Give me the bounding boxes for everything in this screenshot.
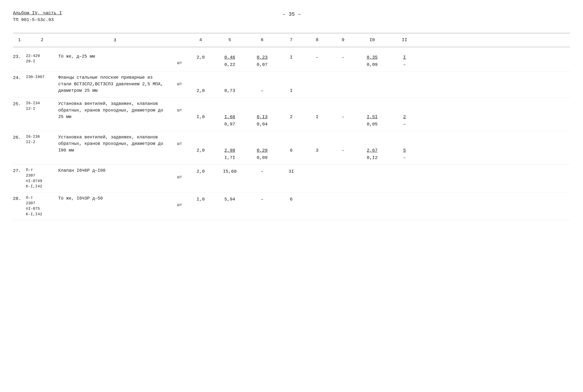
col6: – (246, 74, 278, 94)
col7: 6 (278, 134, 304, 154)
col8 (304, 74, 330, 87)
col9 (330, 74, 356, 87)
unit: шт (171, 53, 188, 66)
table-row: 25.I6-I34 I2-IУстановка вентилей, задвиж… (13, 98, 570, 131)
quantity: 2,0 (188, 74, 214, 94)
col-header-11: I0 (356, 36, 388, 44)
article-code: I30-I807 (26, 74, 58, 80)
col7: I (278, 53, 304, 61)
col8: 3 (304, 134, 330, 154)
col11 (388, 167, 421, 168)
col5: I,680,97 (214, 100, 246, 128)
quantity: 2,0 (188, 134, 214, 154)
col-header-3: 3 (58, 37, 171, 44)
article-code: I6-I36 I2-2 (26, 134, 58, 145)
col11 (388, 74, 421, 87)
quantity: I,0 (188, 195, 214, 203)
article-code: 22-429 29-I (26, 53, 58, 64)
col11: I– (388, 53, 421, 68)
table-body: 23.22-429 29-IТо же, д–25 ммшт2,00,460,2… (13, 50, 570, 220)
col11: 5– (388, 134, 421, 162)
quantity: 2,0 (188, 167, 214, 175)
col-header-2: 2 (26, 36, 58, 44)
unit: шт (171, 100, 188, 114)
table-row: 26.I6-I36 I2-2Установка вентилей, задвиж… (13, 131, 570, 164)
col9: – (330, 53, 356, 61)
col6: 0,290,09 (246, 134, 278, 162)
table-row: 27.П-т 2307 пI-0749 К-I,I42Клапан I6Ч6Р … (13, 164, 570, 192)
col5: I5,60 (214, 167, 246, 175)
col6: 0,I30,04 (246, 100, 278, 128)
col-header-10: 9 (330, 36, 356, 44)
article-code: П-т 2307 пI-0749 К-I,I42 (26, 167, 58, 189)
col9 (330, 195, 356, 196)
row-number: 27. (13, 167, 26, 175)
header-center: – 35 – (282, 10, 301, 23)
header-left: Альбом IV, часть I ТП 901-5-53с.93 (13, 10, 62, 23)
col5: 0,73 (214, 74, 246, 94)
col-header-6: 5 (214, 36, 246, 44)
header: Альбом IV, часть I ТП 901-5-53с.93 – 35 … (13, 10, 570, 23)
col9: – (330, 100, 356, 121)
col5: 0,460,22 (214, 53, 246, 68)
col8 (304, 167, 330, 168)
col7: 3I (278, 167, 304, 175)
col7: 6 (278, 195, 304, 203)
row-number: 23. (13, 53, 26, 60)
col11 (388, 195, 421, 196)
col-header-8: 7 (278, 36, 304, 44)
quantity: I,0 (188, 100, 214, 121)
col10: 2,670,I2 (356, 134, 388, 162)
column-headers: 1 2 3 4 5 6 7 8 9 I0 II (13, 33, 570, 47)
col9 (330, 167, 356, 168)
col-header-1: 1 (13, 36, 26, 44)
table-row: 24.I30-I807Фланцы стальные плоские прива… (13, 72, 570, 98)
description: Установка вентилей, задвижек, клапанов о… (58, 100, 171, 120)
col6: – (246, 167, 278, 175)
table-row: 23.22-429 29-IТо же, д–25 ммшт2,00,460,2… (13, 50, 570, 72)
description: То же, д–25 мм (58, 53, 171, 60)
row-number: 24. (13, 74, 26, 82)
table-row: 28.П-т 2307 пI-075 К-I,I42То же, I6Ч3Р д… (13, 192, 570, 220)
col7: 2 (278, 100, 304, 121)
row-number: 26. (13, 134, 26, 141)
col10 (356, 74, 388, 87)
row-number: 25. (13, 100, 26, 108)
quantity: 2,0 (188, 53, 214, 61)
unit: шт (171, 74, 188, 88)
col8 (304, 195, 330, 196)
unit: шт (171, 167, 188, 180)
description: Установка вентилей, задвижек, клапанов о… (58, 134, 171, 154)
header-right (522, 10, 570, 23)
col8: I (304, 100, 330, 121)
col10: I,5I0,05 (356, 100, 388, 128)
col9: – (330, 134, 356, 154)
col10: 0,350,09 (356, 53, 388, 68)
col-header-9: 8 (304, 36, 330, 44)
col6: 0,230,07 (246, 53, 278, 68)
description: Клапан I6Ч6Р д–I00 (58, 167, 171, 174)
col-header-7: 6 (246, 36, 278, 44)
unit: шт (171, 134, 188, 147)
col5: 5,94 (214, 195, 246, 203)
col5: 2,98I,7I (214, 134, 246, 162)
header-line1: Альбом IV, часть I (13, 10, 62, 16)
description: Фланцы стальные плоские приварные из ста… (58, 74, 171, 94)
col-header-12: II (388, 36, 421, 44)
col-header-5: 4 (188, 36, 214, 44)
unit: шт (171, 195, 188, 208)
row-number: 28. (13, 195, 26, 202)
col8: – (304, 53, 330, 61)
header-line2: ТП 901-5-53с.93 (13, 16, 62, 23)
article-code: I6-I34 I2-I (26, 100, 58, 111)
col6: – (246, 195, 278, 203)
col7: I (278, 74, 304, 94)
col10 (356, 167, 388, 168)
col10 (356, 195, 388, 196)
col11: 2– (388, 100, 421, 128)
description: То же, I6Ч3Р д–50 (58, 195, 171, 202)
article-code: П-т 2307 пI-075 К-I,I42 (26, 195, 58, 217)
